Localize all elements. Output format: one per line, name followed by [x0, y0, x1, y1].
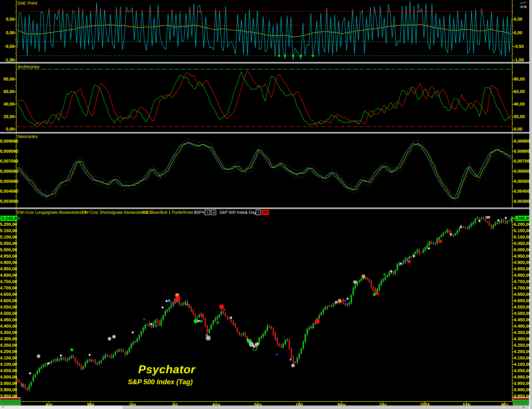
last-price-tag-left: 5.248,49	[0, 216, 20, 221]
axis-tick-label: 4.350,00	[0, 330, 14, 335]
axis-tick-label: 4.100,00	[0, 362, 14, 366]
axis-tick-label: 20,00	[514, 114, 525, 119]
axis-tick-label: 4.100,00	[514, 362, 531, 366]
axis-tick-label: 4.900,00	[514, 260, 531, 265]
axis-tick-label: 4.950,00	[0, 254, 14, 258]
axis-tick-label: 5.000,00	[0, 248, 14, 252]
indicator-dropdown-button[interactable]: I▾	[211, 210, 216, 215]
chart-mode-arrows-icon[interactable]	[519, 1, 528, 10]
indicator-label-ice-bearbull[interactable]: ICE Bear/Bull 1 Punkt/Kreis	[142, 210, 193, 215]
panel-title-archicortex: Archicortex	[18, 64, 39, 69]
axis-tick-label: 0,00	[0, 30, 14, 35]
axis-tick-label: 4.650,00	[514, 292, 531, 297]
axis-tick-label: 0,50	[514, 17, 522, 21]
symbol-dropdown-button[interactable]: ▼	[205, 210, 210, 215]
panel-doe-point: DoE Point 0,500,500,000,00-0,50-0,50-1,0…	[0, 0, 532, 62]
axis-tick-label: 60,00	[0, 89, 14, 94]
axis-tick-label: 5.200,00	[514, 222, 531, 226]
axis-tick-label: 3.950,00	[0, 381, 14, 386]
axis-tick-label: 4.800,00	[514, 273, 531, 277]
axis-tick-label: 5.150,00	[0, 228, 14, 233]
axis-tick-label: 40,00	[514, 102, 525, 106]
doe-point-plot[interactable]	[0, 0, 532, 62]
axis-tick-label: 4.750,00	[0, 279, 14, 284]
horizontal-scrollbar[interactable]: ➤	[0, 406, 529, 409]
axis-tick-label: 4.900,00	[0, 260, 14, 265]
axis-tick-label: 4.600,00	[514, 298, 531, 303]
axis-tick-label: 5.200,00	[0, 222, 14, 226]
axis-tick-label: 0,003000	[0, 199, 14, 203]
orange-right-arrow-icon	[524, 5, 527, 9]
axis-tick-label: 4.650,00	[0, 292, 14, 297]
axis-tick-label: 4.400,00	[0, 324, 14, 328]
axis-tick-label: 4.200,00	[0, 349, 14, 354]
scrollbar-thumb[interactable]	[123, 406, 529, 409]
archicortex-plot[interactable]	[0, 64, 532, 132]
axis-tick-label: 4.400,00	[514, 324, 531, 328]
axis-tick-label: 3.950,00	[514, 381, 531, 386]
axis-tick-label: -0,50	[514, 44, 524, 48]
axis-tick-label: 4.850,00	[0, 267, 14, 271]
panel-neocortex: Neocortex 0,0090000,0090000,0080000,0080…	[0, 133, 532, 208]
axis-tick-label: 4.850,00	[514, 267, 531, 271]
corner-glyph-icon	[2, 406, 4, 408]
r-mode-button[interactable]: R▾	[262, 210, 269, 215]
timeframe-dropdown-button[interactable]: ▼	[256, 210, 261, 215]
axis-tick-label: 4.000,00	[514, 375, 531, 379]
axis-tick-label: 40,00	[0, 102, 14, 106]
axis-tick-label: 5.050,00	[514, 241, 531, 246]
axis-tick-label: 4.150,00	[0, 356, 14, 360]
axis-tick-label: 4.250,00	[0, 343, 14, 347]
axis-tick-label: 4.600,00	[0, 298, 14, 303]
axis-tick-label: 4.800,00	[0, 273, 14, 277]
axis-tick-label: -0,50	[0, 44, 14, 48]
axis-tick-label: 4.250,00	[514, 343, 531, 347]
axis-tick-label: 5.050,00	[0, 241, 14, 246]
axis-tick-label: 4.050,00	[514, 368, 531, 373]
axis-tick-label: 4.750,00	[514, 279, 531, 284]
axis-tick-label: 0,50	[0, 17, 14, 21]
panel-divider[interactable]	[0, 208, 529, 209]
axis-tick-label: 4.450,00	[514, 317, 531, 322]
scroll-right-arrow-icon[interactable]: ➤	[522, 406, 525, 409]
axis-tick-label: 4.000,00	[0, 375, 14, 379]
indicator-label-shortsignal[interactable]: EW-Croc Shortsignale Abstandstest 3	[82, 210, 151, 215]
panel-divider[interactable]	[0, 62, 529, 64]
indicator-label-longsignal[interactable]: EW-Croc Longsignale Abstandstest 3	[17, 210, 86, 215]
panel-divider[interactable]	[0, 132, 529, 134]
mini-stats-table-left	[0, 397, 21, 406]
axis-line-segment	[16, 209, 17, 216]
main-chart-plot[interactable]	[0, 216, 532, 409]
last-price-tag-right: 5.248,49	[512, 216, 532, 221]
right-window-strip[interactable]	[529, 0, 532, 409]
axis-tick-label: 0,00	[514, 30, 522, 35]
mini-stats-table-right	[513, 397, 529, 406]
watermark-subtitle: S&P 500 Index (Tag)	[94, 378, 226, 386]
panel-title-doe-point: DoE Point	[18, 1, 37, 6]
axis-tick-label: 4.050,00	[0, 368, 14, 373]
axis-tick-label: 0,006000	[0, 169, 14, 173]
chart-toolbar: EW-Croc Longsignale Abstandstest 3 EW-Cr…	[0, 209, 529, 216]
axis-tick-label: 0,004000	[0, 189, 14, 193]
panel-title-neocortex: Neocortex	[18, 134, 37, 139]
axis-tick-label: -1,00	[0, 58, 14, 62]
axis-tick-label: 5.100,00	[0, 235, 14, 239]
axis-tick-label: 4.500,00	[0, 311, 14, 316]
axis-tick-label: -1,00	[514, 58, 524, 62]
axis-tick-label: 80,00	[0, 77, 14, 81]
neocortex-plot[interactable]	[0, 133, 532, 208]
axis-tick-label: 4.150,00	[514, 356, 531, 360]
axis-tick-label: 0,00	[514, 127, 522, 131]
watermark-title: Psychator	[105, 363, 228, 376]
axis-tick-label: 0,007000	[0, 159, 14, 163]
trading-app-window: DoE Point 0,500,500,000,00-0,50-0,50-1,0…	[0, 0, 532, 409]
axis-tick-label: 4.500,00	[514, 311, 531, 316]
axis-tick-label: 4.300,00	[0, 337, 14, 341]
axis-tick-label: 5.150,00	[514, 228, 531, 233]
instrument-label: S&P 500 Index	[219, 210, 247, 215]
axis-tick-label: 4.550,00	[514, 305, 531, 309]
green-left-arrow-icon	[520, 5, 523, 9]
timeframe-label[interactable]: 1 Day	[245, 210, 256, 215]
axis-tick-label: 0,008000	[0, 149, 14, 153]
symbol-label[interactable]: $SPX	[194, 210, 205, 215]
